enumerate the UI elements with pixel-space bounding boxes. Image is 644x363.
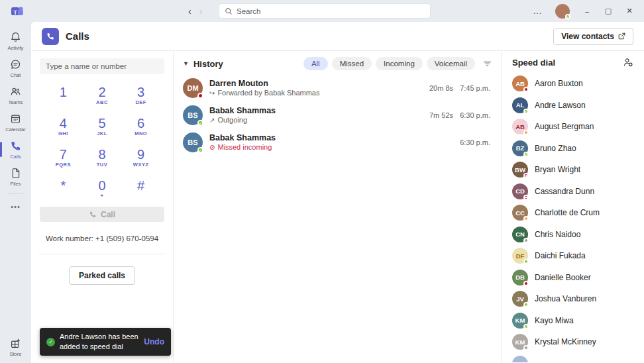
speed-dial-contact[interactable]: CD Cassandra Dunn [502, 181, 644, 203]
call-button[interactable]: Call [40, 207, 164, 222]
presence-badge [523, 130, 529, 135]
presence-badge [523, 281, 529, 286]
sidebar-item-teams[interactable]: Teams [0, 81, 31, 109]
dialpad-key-letters: TUV [83, 162, 122, 168]
speed-dial-contact[interactable]: BW Bryan Wright [502, 159, 644, 181]
presence-badge [523, 87, 529, 92]
success-check-icon: ✓ [46, 338, 55, 346]
close-button[interactable]: ✕ [620, 0, 639, 22]
toast-message: Andre Lawson has been added to speed dia… [60, 332, 139, 352]
dialpad-key[interactable]: 9 WXYZ [121, 147, 160, 170]
avatar: AB [512, 76, 528, 91]
store-icon [9, 337, 22, 350]
speed-dial-contact[interactable]: JV Joshua Vanburen [502, 288, 644, 310]
history-filter-chip[interactable]: Voicemail [427, 57, 475, 70]
dialpad-key-letters: DEF [121, 99, 160, 105]
search-icon [225, 7, 233, 15]
speed-dial-contact[interactable]: AB Aaron Buxton [502, 73, 644, 95]
user-avatar[interactable] [555, 4, 570, 19]
history-entry[interactable]: DM Darren Mouton Forwarded by Babak Sham… [174, 74, 501, 101]
view-contacts-label: View contacts [561, 32, 614, 41]
sidebar-item-calls[interactable]: Calls [0, 136, 31, 163]
avatar-initials: AL [516, 101, 525, 109]
avatar: CC [512, 205, 528, 221]
dialpad-key[interactable]: 5 JKL [83, 116, 122, 138]
sidebar-item-calendar[interactable]: Calendar [0, 109, 31, 136]
dialpad-key-letters: PQRS [44, 162, 83, 168]
minimize-button[interactable]: – [578, 0, 596, 22]
history-entry[interactable]: BS Babak Shammas Outgoing [174, 101, 501, 129]
history-entry[interactable]: BS Babak Shammas Missed incoming [174, 129, 501, 156]
history-entry-name: Babak Shammas [209, 133, 276, 142]
presence-badge [523, 324, 529, 329]
sidebar-item-files[interactable]: Files [0, 163, 31, 190]
rail-more-apps-button[interactable]: ••• [11, 197, 21, 216]
avatar: DB [512, 270, 528, 285]
dialpad-key[interactable]: * [44, 178, 83, 201]
dialpad-key[interactable]: 7 PQRS [44, 147, 83, 170]
speed-dial-contact[interactable]: DB Danielle Booker [502, 267, 644, 289]
view-contacts-button[interactable]: View contacts [553, 28, 633, 45]
call-type-icon [209, 89, 215, 97]
history-entry-name: Darren Mouton [209, 79, 319, 88]
speed-dial-contact[interactable]: CC Charlotte de Crum [502, 202, 644, 224]
avatar-initials: CD [515, 187, 525, 195]
teams-window: T ‹ › ... – ▢ ✕ [0, 0, 644, 363]
contact-name: Kayo Miwa [535, 316, 574, 325]
presence-badge [565, 14, 570, 19]
dialpad-key-letters: GHI [44, 130, 83, 136]
forward-button[interactable]: › [199, 6, 203, 17]
speed-dial-contact[interactable]: BZ Bruno Zhao [502, 138, 644, 160]
sidebar-item-label: Teams [8, 99, 23, 105]
history-filter-chip[interactable]: Incoming [376, 57, 423, 70]
back-button[interactable]: ‹ [188, 6, 191, 17]
dialpad-key-letters [44, 193, 83, 199]
speed-dial-contact[interactable]: CN Chris Naidoo [502, 224, 644, 246]
presence-badge [523, 216, 529, 221]
search-bar[interactable] [219, 3, 431, 19]
sidebar-item-activity[interactable]: Activity [0, 27, 31, 54]
search-input[interactable] [237, 7, 425, 15]
speed-dial-contact[interactable]: DF Daichi Fukada [502, 245, 644, 267]
undo-button[interactable]: Undo [144, 337, 164, 346]
titlebar-more-button[interactable]: ... [528, 7, 547, 16]
dialpad-key-digit: 7 [44, 147, 83, 162]
avatar-initials: CC [515, 209, 525, 217]
dialpad-key-letters [121, 193, 160, 199]
dialpad-key[interactable]: 2 ABC [83, 85, 122, 107]
sidebar-item-chat[interactable]: Chat [0, 54, 31, 81]
chevron-down-icon[interactable]: ▼ [183, 60, 189, 67]
dialpad-input[interactable] [40, 58, 164, 74]
maximize-button[interactable]: ▢ [599, 0, 617, 22]
filter-icon[interactable] [483, 60, 492, 68]
speed-dial-contact[interactable]: KM Krystal McKinney [502, 331, 644, 353]
parked-calls-button[interactable]: Parked calls [69, 266, 135, 285]
dialpad-key[interactable]: 8 TUV [83, 147, 122, 170]
call-time: 6:30 p.m. [453, 138, 490, 146]
sidebar-item-store[interactable]: Store [0, 333, 31, 360]
history-filter-chip[interactable]: All [303, 57, 328, 70]
bell-icon [9, 31, 22, 44]
dialpad-key-letters: MNO [121, 130, 160, 136]
avatar: BS [183, 132, 203, 152]
add-person-icon[interactable] [623, 57, 633, 68]
dialpad-key[interactable]: 1 [44, 85, 83, 107]
contact-name: Cassandra Dunn [535, 187, 594, 196]
speed-dial-contact[interactable]: AL Andre Lawson [502, 95, 644, 117]
presence-badge [523, 302, 529, 307]
history-filter-chip[interactable]: Missed [332, 57, 372, 70]
dialpad-key[interactable]: # [121, 178, 160, 201]
avatar-initials: DB [515, 274, 525, 281]
avatar: BZ [512, 140, 528, 156]
speed-dial-list: AB Aaron Buxton AL Andre Lawson [502, 73, 644, 362]
speed-dial-contact[interactable]: KM Kayo Miwa [502, 310, 644, 332]
dialpad-key[interactable]: 3 DEF [121, 85, 160, 107]
dialpad-key[interactable]: 6 MNO [121, 116, 160, 138]
avatar-initials: BS [188, 138, 197, 146]
speed-dial-contact[interactable] [502, 353, 644, 363]
svg-text:T: T [13, 9, 17, 16]
presence-badge [197, 147, 203, 153]
dialpad-key[interactable]: 4 GHI [44, 116, 83, 138]
speed-dial-contact[interactable]: AB August Bergman [502, 116, 644, 138]
dialpad-key[interactable]: 0 + [83, 178, 122, 201]
